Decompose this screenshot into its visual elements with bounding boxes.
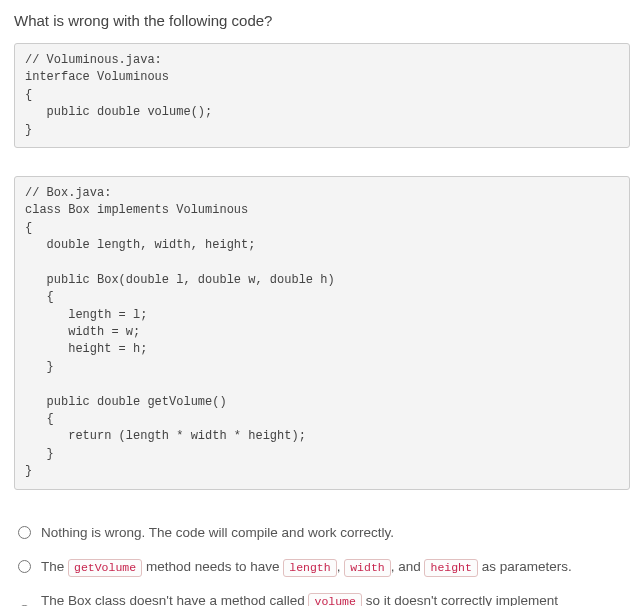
code-tag: getVolume bbox=[68, 559, 142, 577]
code-tag: height bbox=[424, 559, 477, 577]
code-tag: length bbox=[283, 559, 336, 577]
choice-a[interactable]: Nothing is wrong. The code will compile … bbox=[14, 516, 630, 550]
choice-a-label: Nothing is wrong. The code will compile … bbox=[41, 523, 394, 543]
answer-choices: Nothing is wrong. The code will compile … bbox=[14, 516, 630, 606]
code-block-2: // Box.java: class Box implements Volumi… bbox=[14, 176, 630, 490]
choice-b-label: The getVolume method needs to have lengt… bbox=[41, 557, 572, 577]
code-tag: width bbox=[344, 559, 391, 577]
choice-b-radio[interactable] bbox=[18, 560, 31, 573]
choice-a-radio[interactable] bbox=[18, 526, 31, 539]
choice-c[interactable]: The Box class doesn't have a method call… bbox=[14, 584, 630, 606]
code-tag: volume bbox=[308, 593, 361, 606]
choice-c-label: The Box class doesn't have a method call… bbox=[41, 591, 630, 606]
question-title: What is wrong with the following code? bbox=[14, 12, 630, 29]
choice-b[interactable]: The getVolume method needs to have lengt… bbox=[14, 550, 630, 584]
code-block-1: // Voluminous.java: interface Voluminous… bbox=[14, 43, 630, 148]
